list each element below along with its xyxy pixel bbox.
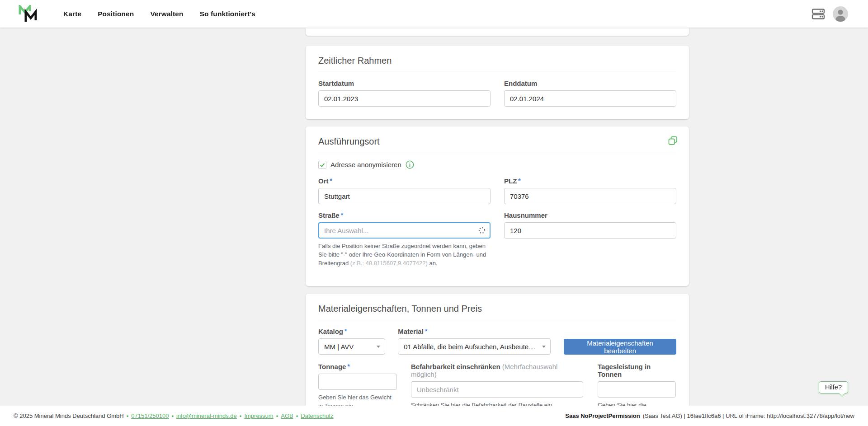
- field-enddatum: Enddatum: [504, 80, 676, 107]
- duplicate-address-button[interactable]: [668, 136, 678, 146]
- field-hausnummer: Hausnummer: [504, 211, 676, 239]
- form-content: Zeitlicher Rahmen Startdatum Enddatum Au…: [306, 28, 689, 426]
- required-marker: *: [347, 363, 349, 370]
- tagesleistung-input[interactable]: [598, 381, 676, 398]
- field-material: Material* 01 Abfälle, die beim Aufsuchen…: [398, 328, 551, 355]
- server-stack-icon: [811, 8, 826, 20]
- chevron-down-icon: [377, 346, 380, 348]
- impressum-link[interactable]: Impressum: [244, 412, 273, 419]
- strasse-input[interactable]: [318, 222, 491, 239]
- katalog-label: Katalog: [318, 328, 343, 335]
- iframe-info-text: (Saas Test AG) | 16fae1ffc6a6 | URL of i…: [643, 412, 854, 419]
- mm-logo-icon: [18, 5, 39, 23]
- info-icon[interactable]: [406, 160, 414, 169]
- navbar-right: [811, 6, 848, 22]
- befahrbarkeit-input[interactable]: [411, 381, 583, 398]
- field-ort: Ort*: [318, 177, 491, 204]
- agb-link[interactable]: AGB: [281, 412, 293, 419]
- datenschutz-link[interactable]: Datenschutz: [301, 412, 333, 419]
- user-avatar[interactable]: [833, 6, 848, 22]
- material-row-1: Katalog* MM | AVV Material* 01 Abfälle, …: [318, 328, 676, 355]
- required-marker: *: [341, 211, 343, 219]
- app-logo[interactable]: [18, 5, 40, 23]
- footer-left: © 2025 Mineral Minds Deutschland GmbH • …: [14, 412, 334, 419]
- strasse-label: Straße: [318, 211, 340, 219]
- enddatum-label: Enddatum: [504, 80, 676, 87]
- nav-item-positionen[interactable]: Positionen: [98, 10, 134, 18]
- strasse-hint: Falls die Position keiner Straße zugeord…: [318, 242, 491, 267]
- section-title-zeitlicher-rahmen: Zeitlicher Rahmen: [318, 56, 676, 66]
- material-value: 01 Abfälle, die beim Aufsuchen, Ausbeute…: [404, 343, 538, 351]
- email-link[interactable]: info@mineral-minds.de: [176, 412, 237, 419]
- field-plz: PLZ*: [504, 177, 676, 204]
- main-navigation: Karte Positionen Verwalten So funktionie…: [63, 10, 255, 18]
- anonymize-checkbox[interactable]: [318, 161, 326, 169]
- enddatum-input[interactable]: [504, 90, 676, 107]
- divider: [318, 72, 676, 72]
- material-label: Material: [398, 328, 424, 335]
- ort-input[interactable]: [318, 188, 491, 204]
- tonnage-label: Tonnage: [318, 363, 346, 370]
- section-title-material: Materialeigenschaften, Tonnen und Preis: [318, 304, 676, 314]
- tonnage-input[interactable]: [318, 374, 397, 390]
- plz-label: PLZ: [504, 177, 517, 185]
- hausnummer-input[interactable]: [504, 222, 676, 239]
- edit-material-properties-button[interactable]: Materialeigenschaften bearbeiten: [564, 339, 676, 355]
- divider: [318, 320, 676, 320]
- loading-spinner-icon: [478, 227, 486, 234]
- nav-item-verwalten[interactable]: Verwalten: [150, 10, 183, 18]
- plz-input[interactable]: [504, 188, 676, 204]
- required-marker: *: [518, 177, 520, 184]
- footer-right: Saas NoProjectPermission (Saas Test AG) …: [565, 412, 854, 419]
- server-stack-button[interactable]: [811, 8, 826, 20]
- required-marker: *: [344, 328, 347, 335]
- startdatum-label: Startdatum: [318, 80, 491, 87]
- anonymize-row: Adresse anonymisieren: [318, 160, 676, 169]
- check-icon: [319, 162, 326, 168]
- field-katalog: Katalog* MM | AVV: [318, 328, 385, 355]
- startdatum-input[interactable]: [318, 90, 491, 107]
- previous-card-bottom: [306, 28, 689, 36]
- nav-item-karte[interactable]: Karte: [63, 10, 81, 18]
- required-marker: *: [330, 177, 332, 184]
- katalog-value: MM | AVV: [324, 343, 354, 351]
- nav-item-so-funktionierts[interactable]: So funktioniert's: [200, 10, 255, 18]
- phone-link[interactable]: 07151/250100: [131, 412, 169, 419]
- chevron-down-icon: [542, 346, 546, 348]
- befahrbarkeit-label: Befahrbarkeit einschränken: [411, 363, 500, 370]
- tagesleistung-label: Tagesleistung in Tonnen: [598, 363, 676, 378]
- material-select[interactable]: 01 Abfälle, die beim Aufsuchen, Ausbeute…: [398, 338, 551, 355]
- section-title-ausfuehrungsort: Ausführungsort: [318, 136, 676, 147]
- required-marker: *: [425, 328, 427, 335]
- copyright-text: © 2025 Mineral Minds Deutschland GmbH: [14, 412, 124, 419]
- top-navbar: Karte Positionen Verwalten So funktionie…: [0, 0, 868, 28]
- section-zeitlicher-rahmen: Zeitlicher Rahmen Startdatum Enddatum: [306, 46, 689, 119]
- duplicate-icon: [668, 136, 678, 146]
- page-footer: © 2025 Mineral Minds Deutschland GmbH • …: [0, 406, 868, 426]
- divider: [318, 153, 676, 153]
- katalog-select[interactable]: MM | AVV: [318, 338, 385, 355]
- anonymize-label: Adresse anonymisieren: [330, 161, 401, 169]
- saas-permission-text: Saas NoProjectPermission: [565, 412, 640, 419]
- ort-label: Ort: [318, 177, 329, 185]
- section-ausfuehrungsort: Ausführungsort Adresse anonymisieren: [306, 126, 689, 286]
- field-startdatum: Startdatum: [318, 80, 491, 107]
- help-button[interactable]: Hilfe?: [819, 381, 848, 393]
- field-strasse: Straße* Falls die Position keiner Straße…: [318, 211, 491, 273]
- hausnummer-label: Hausnummer: [504, 211, 676, 219]
- user-avatar-icon: [833, 6, 848, 22]
